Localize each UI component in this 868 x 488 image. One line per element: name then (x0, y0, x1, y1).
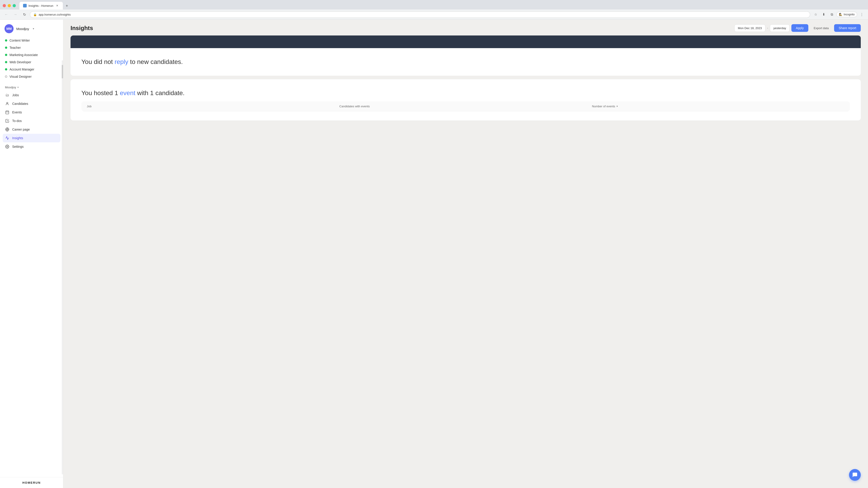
sidebar-item-events[interactable]: Events (3, 108, 60, 117)
main-scroll-area: You did not reply to new candidates. You… (63, 35, 868, 488)
bookmark-button[interactable]: ☆ (812, 11, 819, 18)
date-range: Mon Dec 18, 2023 - yesterday Apply (735, 24, 808, 32)
window-controls (3, 4, 16, 7)
user-chevron-icon: ▾ (33, 27, 34, 30)
job-label: Content Writer (9, 39, 30, 42)
date-start-input[interactable]: Mon Dec 18, 2023 (735, 24, 765, 32)
event-link[interactable]: event (120, 90, 135, 96)
svg-point-7 (7, 146, 8, 147)
reply-text-after: to new candidates. (128, 58, 183, 65)
job-status-dot (5, 46, 7, 49)
tab-favicon (23, 4, 27, 7)
job-status-dot (5, 61, 7, 63)
sort-icon: ▼ (616, 105, 618, 107)
app-container: MM Moodjoy ▾ Content Writer Teacher Mark… (0, 20, 868, 488)
sidebar-item-candidates[interactable]: Candidates (3, 99, 60, 108)
reply-card-text: You did not reply to new candidates. (81, 57, 850, 67)
job-label: Visual Designer (9, 75, 32, 78)
sidebar-scroll: Content Writer Teacher Marketing Associa… (0, 37, 63, 477)
job-label: Account Manager (9, 68, 34, 71)
job-item-account-manager[interactable]: Account Manager (3, 66, 60, 73)
events-table: Job Candidates with events Number of eve… (81, 101, 850, 111)
sidebar-section-label[interactable]: Moodjoy ▾ (0, 84, 63, 90)
homerun-logo-text: HOMERUN (22, 481, 41, 484)
date-separator: - (767, 26, 768, 30)
section-name: Moodjoy (5, 86, 16, 89)
insights-icon (5, 136, 9, 140)
new-tab-button[interactable]: + (63, 2, 70, 9)
forward-button[interactable]: → (12, 11, 19, 18)
address-bar[interactable]: 🔒 app.homerun.co/insights (30, 11, 810, 18)
sidebar-item-todos[interactable]: To-dos (3, 117, 60, 125)
job-status-dot (5, 75, 7, 78)
events-icon (5, 110, 9, 115)
nav-item-label: Jobs (12, 93, 19, 97)
reload-button[interactable]: ↻ (21, 11, 28, 18)
chat-button[interactable] (849, 469, 861, 481)
column-events[interactable]: Number of events ▼ (592, 105, 844, 108)
table-header: Job Candidates with events Number of eve… (81, 101, 850, 111)
page-title: Insights (70, 25, 93, 32)
column-job: Job (87, 105, 339, 108)
browser-titlebar: Insights - Homerun ✕ + (0, 0, 868, 9)
nav-items: 🗂 Jobs Candidates (0, 90, 63, 155)
job-item-marketing-associate[interactable]: Marketing Associate (3, 51, 60, 59)
nav-item-label: To-dos (12, 119, 22, 123)
reply-card-content: You did not reply to new candidates. (70, 48, 861, 76)
sidebar-logo: HOMERUN (0, 477, 63, 488)
job-item-web-developer[interactable]: Web Developer (3, 59, 60, 66)
job-status-dot (5, 54, 7, 56)
maximize-button[interactable] (13, 4, 16, 7)
sidebar-scrollbar (62, 60, 63, 475)
nav-item-label: Candidates (12, 102, 28, 105)
minimize-button[interactable] (8, 4, 11, 7)
candidates-icon (5, 101, 9, 106)
events-text-after: with 1 candidate. (135, 90, 185, 96)
svg-rect-1 (6, 111, 9, 114)
sidebar: MM Moodjoy ▾ Content Writer Teacher Mark… (0, 20, 63, 488)
events-card-text: You hosted 1 event with 1 candidate. (81, 88, 850, 98)
main-content: Insights Mon Dec 18, 2023 - yesterday Ap… (63, 20, 868, 488)
events-text-before: You hosted 1 (81, 90, 120, 96)
nav-item-label: Insights (12, 136, 23, 140)
tab-close-button[interactable]: ✕ (55, 4, 59, 8)
url-text: app.homerun.co/insights (39, 13, 807, 16)
date-end-input[interactable]: yesterday (770, 24, 789, 32)
menu-button[interactable]: ⋮ (858, 11, 865, 18)
jobs-icon: 🗂 (5, 93, 9, 97)
sidebar-item-career-page[interactable]: Career page (3, 125, 60, 134)
job-item-visual-designer[interactable]: Visual Designer (3, 73, 60, 80)
sidebar-item-jobs[interactable]: 🗂 Jobs (3, 91, 60, 99)
download-button[interactable]: ⬇ (820, 11, 827, 18)
incognito-icon: 🕵 (839, 13, 842, 16)
dark-header-band (70, 35, 861, 48)
events-card: You hosted 1 event with 1 candidate. Job… (70, 79, 861, 121)
export-data-button[interactable]: Export data (811, 25, 832, 32)
extensions-button[interactable]: ⧉ (828, 11, 835, 18)
incognito-badge[interactable]: 🕵 Incognito (836, 12, 857, 17)
job-label: Marketing Associate (9, 53, 38, 57)
reply-link[interactable]: reply (115, 58, 128, 65)
nav-item-label: Settings (12, 145, 24, 149)
active-tab[interactable]: Insights - Homerun ✕ (20, 2, 63, 9)
column-candidates: Candidates with events (339, 105, 592, 108)
job-item-content-writer[interactable]: Content Writer (3, 37, 60, 44)
share-report-button[interactable]: Share report (834, 24, 861, 32)
sidebar-user[interactable]: MM Moodjoy ▾ (0, 20, 63, 37)
sidebar-item-settings[interactable]: Settings (3, 142, 60, 151)
nav-item-label: Events (12, 110, 22, 114)
job-label: Web Developer (9, 60, 31, 64)
job-status-dot (5, 39, 7, 41)
settings-icon (5, 144, 9, 149)
job-label: Teacher (9, 46, 21, 50)
sidebar-item-insights[interactable]: Insights (3, 134, 60, 142)
apply-button[interactable]: Apply (792, 24, 808, 32)
scrollbar-thumb (62, 65, 63, 78)
reply-card: You did not reply to new candidates. (70, 35, 861, 76)
reply-text-before: You did not (81, 58, 115, 65)
browser-chrome: Insights - Homerun ✕ + ← → ↻ 🔒 app.homer… (0, 0, 868, 20)
back-button[interactable]: ← (3, 11, 10, 18)
job-item-teacher[interactable]: Teacher (3, 44, 60, 51)
user-avatar: MM (4, 24, 13, 33)
close-button[interactable] (3, 4, 6, 7)
